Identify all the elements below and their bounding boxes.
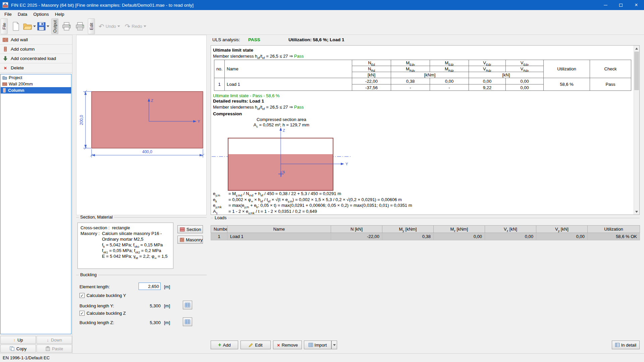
import-dropdown-icon <box>333 344 336 346</box>
pencil-icon <box>249 343 253 347</box>
buckling-length-z-unit: [m] <box>164 320 170 325</box>
import-button[interactable]: Import <box>304 341 331 349</box>
undo-dropdown-icon[interactable] <box>117 25 120 27</box>
compressed-area-caption: Compressed section area <box>221 117 342 122</box>
open-dropdown-icon[interactable] <box>33 25 36 27</box>
scrollbar-thumb[interactable] <box>634 52 639 90</box>
masonry-button[interactable]: Masonry <box>177 236 203 244</box>
import-dropdown-button[interactable] <box>331 341 337 349</box>
close-icon: × <box>635 2 638 8</box>
results-scrollbar[interactable] <box>634 46 639 215</box>
print-button[interactable] <box>60 19 73 34</box>
project-tree: Project Wall 200mm Column <box>0 74 71 334</box>
loads-header-name[interactable]: Name <box>227 226 331 233</box>
masonry-brick-icon <box>180 238 184 242</box>
tree-item-project[interactable]: Project <box>1 74 71 81</box>
scroll-down-icon <box>635 211 638 213</box>
print-preview-button[interactable] <box>73 19 86 34</box>
buckling-length-y-calculator-button[interactable] <box>183 301 192 309</box>
section-button[interactable]: Section <box>177 225 203 233</box>
close-button[interactable]: × <box>629 0 644 10</box>
undo-button[interactable]: ↶ Undo <box>97 22 122 31</box>
menu-file[interactable]: File <box>1 11 15 18</box>
menu-options[interactable]: Options <box>30 11 52 18</box>
file-vertical-tab[interactable]: File <box>1 18 8 34</box>
calculator-icon <box>185 319 190 324</box>
load-arrow-icon <box>3 56 8 61</box>
edit-load-button[interactable]: Edit <box>240 341 271 349</box>
save-dropdown-icon[interactable] <box>47 25 49 27</box>
redo-dropdown-icon[interactable] <box>144 25 146 27</box>
remove-load-button[interactable]: × Remove <box>273 341 302 349</box>
detail-table-icon <box>615 343 620 347</box>
down-button[interactable]: ↓ Down <box>37 336 72 344</box>
output-vertical-tab[interactable]: Output <box>51 18 58 34</box>
loads-header-my[interactable]: My [kNm] <box>382 226 434 233</box>
element-length-input[interactable]: 2,650 <box>139 283 161 290</box>
minimize-button[interactable] <box>598 0 613 10</box>
calculate-buckling-y-checkbox[interactable]: ✓ Calculate buckling Y <box>79 293 126 298</box>
menu-data[interactable]: Data <box>15 11 31 18</box>
uls-header-vrdy: VRdy <box>506 66 544 72</box>
tree-item-wall[interactable]: Wall 200mm <box>1 81 71 87</box>
wall-icon <box>2 82 7 86</box>
calculator-icon <box>185 303 190 307</box>
calculate-buckling-z-checkbox[interactable]: ✓ Calculate buckling Z <box>79 311 126 316</box>
loads-header-number[interactable]: Number <box>211 226 227 233</box>
uls-unit-v: [kN] <box>469 72 544 78</box>
add-load-button[interactable]: + Add <box>211 341 238 349</box>
scroll-up-button[interactable] <box>634 46 639 51</box>
results-panel: Ultimate limit state Member slenderness … <box>211 45 640 215</box>
plus-icon: + <box>218 342 221 348</box>
up-arrow-icon: ↑ <box>13 338 15 343</box>
checkbox-checked-icon: ✓ <box>79 311 85 316</box>
maximize-button[interactable] <box>613 0 629 10</box>
section-drawing-canvas[interactable]: 200,0 400,0 Z Y <box>76 35 207 215</box>
uls-header-name: Name <box>225 60 352 78</box>
buckling-length-z-calculator-button[interactable] <box>183 317 192 326</box>
paste-button[interactable]: Paste <box>37 345 72 353</box>
redo-button[interactable]: ↷ Redo <box>123 22 148 31</box>
buckling-length-y-value: 5,300 <box>139 303 161 308</box>
up-button[interactable]: ↑ Up <box>0 336 36 344</box>
import-table-icon <box>309 343 313 347</box>
scroll-up-icon <box>635 48 638 50</box>
loads-header-utilization[interactable]: Utilization <box>588 226 640 233</box>
uls-header-medy: MEdy <box>391 60 430 66</box>
edit-vertical-tab[interactable]: Edit <box>88 18 95 34</box>
slenderness-line-2: Member slenderness hef/tef = 26,5 ≤ 27 ⇒… <box>213 105 304 110</box>
section-material-group: Section, Material Cross-section : rectan… <box>76 217 207 272</box>
undo-icon: ↶ <box>99 22 104 31</box>
column-icon <box>3 47 8 52</box>
open-button[interactable] <box>23 19 36 34</box>
section-material-info: Cross-section : rectangle Masonry :Calci… <box>77 223 173 269</box>
toolbar: File <box>0 18 644 35</box>
loads-header-vz[interactable]: Vz [kN] <box>485 226 536 233</box>
loads-table-row[interactable]: 1 Load 1 -22,00 0,38 0,00 0,00 0,00 58,6… <box>211 233 640 240</box>
tree-item-column[interactable]: Column <box>1 87 71 94</box>
delete-button[interactable]: × Delete <box>0 63 72 73</box>
redo-icon: ↷ <box>125 22 130 31</box>
menu-help[interactable]: Help <box>52 11 67 18</box>
loads-header-mz[interactable]: Mz [kNm] <box>434 226 485 233</box>
new-document-button[interactable] <box>9 19 22 34</box>
remove-x-icon: × <box>277 343 280 348</box>
uls-analysis-summary: Utilization: 58,6 %; Load 1 <box>288 37 344 42</box>
scroll-down-button[interactable] <box>634 209 639 215</box>
add-wall-button[interactable]: Add wall <box>0 35 72 45</box>
in-detail-button[interactable]: In detail <box>612 341 640 349</box>
uls-unit-n: [kN] <box>352 72 391 78</box>
buckling-group-title: Buckling <box>79 272 98 277</box>
uls-table-row[interactable]: 1 Load 1 -22,00 0,38 0,00 0,00 0,00 58,6… <box>214 78 631 84</box>
save-button[interactable] <box>37 19 50 34</box>
loads-header-vy[interactable]: Vy [kN] <box>536 226 588 233</box>
copy-button[interactable]: Copy <box>0 345 36 353</box>
slenderness-line: Member slenderness hef/tef = 26,5 ≤ 27 ⇒… <box>213 54 304 59</box>
titlebar: FIN EC 2025 - Masonry (64 bit) [Fine onl… <box>0 0 644 10</box>
printer-icon <box>62 22 71 31</box>
sidebar: Add wall Add column Add concentrated loa… <box>0 35 72 353</box>
loads-header-n[interactable]: N [kN] <box>331 226 382 233</box>
copy-icon <box>10 346 14 351</box>
add-concentrated-load-button[interactable]: Add concentrated load <box>0 54 72 63</box>
add-column-button[interactable]: Add column <box>0 45 72 54</box>
